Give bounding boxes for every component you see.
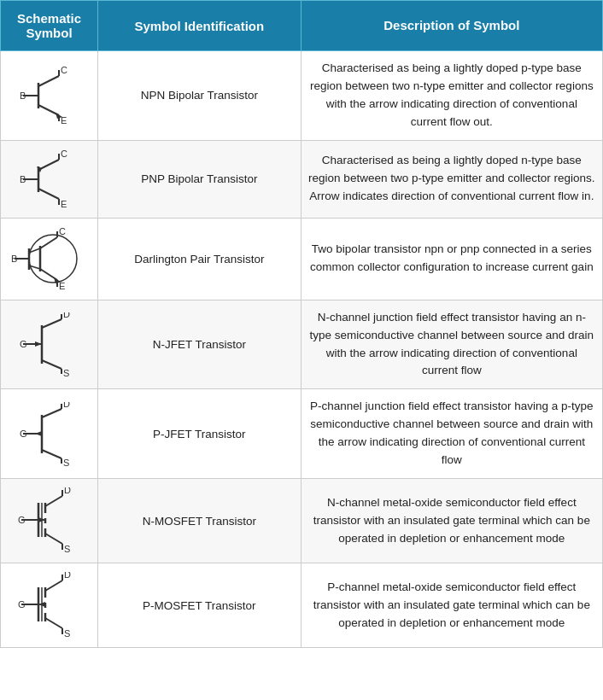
svg-text:S: S [64, 628, 70, 639]
svg-text:G: G [20, 339, 27, 349]
svg-text:B: B [20, 90, 26, 101]
svg-text:E: E [61, 199, 67, 209]
id-cell-npn: NPN Bipolar Transistor [97, 51, 301, 141]
desc-cell-pnp: Characterised as being a lightly doped n… [301, 140, 602, 218]
svg-line-23 [40, 237, 57, 248]
svg-line-38 [42, 360, 61, 369]
svg-line-78 [45, 618, 62, 628]
svg-line-61 [45, 496, 62, 506]
table-row: C B E Darlington Pair TransistorTwo bipo… [1, 218, 603, 300]
svg-marker-50 [35, 431, 42, 436]
svg-text:S: S [64, 544, 70, 554]
symbol-cell-pnp: C B E [1, 140, 98, 218]
svg-line-46 [42, 409, 61, 417]
table-row: D G S P-MOSFET TransistorP-channel metal… [1, 563, 603, 648]
header-description: Description of Symbol [301, 1, 602, 51]
id-cell-pmosfet: P-MOSFET Transistor [97, 563, 301, 648]
desc-cell-npn: Characterised as being a lightly doped p… [301, 51, 602, 141]
svg-text:G: G [18, 599, 26, 610]
symbol-cell-nmosfet: D G S [1, 479, 98, 563]
svg-line-76 [45, 580, 62, 591]
svg-line-48 [42, 450, 61, 458]
svg-line-1 [38, 76, 59, 86]
svg-text:E: E [61, 115, 67, 125]
symbol-cell-darlington: C B E [1, 218, 98, 300]
id-cell-pjfet: P-JFET Transistor [97, 389, 301, 479]
desc-cell-nmosfet: N-channel metal-oxide semiconductor fiel… [301, 479, 602, 563]
svg-text:C: C [61, 66, 67, 75]
svg-text:D: D [63, 312, 70, 319]
svg-text:D: D [64, 487, 71, 495]
svg-line-36 [42, 319, 61, 328]
header-schematic-symbol: Schematic Symbol [1, 1, 98, 51]
svg-text:G: G [18, 515, 26, 525]
svg-line-12 [38, 189, 59, 199]
svg-text:S: S [63, 458, 69, 466]
table-row: D G S P-JFET TransistorP-channel junctio… [1, 389, 603, 479]
svg-text:C: C [59, 227, 66, 236]
svg-text:D: D [64, 572, 71, 580]
symbol-cell-njfet: D G S [1, 300, 98, 389]
svg-text:B: B [11, 254, 17, 264]
header-symbol-id: Symbol Identification [97, 1, 301, 51]
symbol-cell-pmosfet: D G S [1, 563, 98, 648]
id-cell-pnp: PNP Bipolar Transistor [97, 140, 301, 218]
symbol-cell-pjfet: D G S [1, 389, 98, 479]
table-row: C B E NPN Bipolar TransistorCharacterise… [1, 51, 603, 141]
table-row: C B E PNP Bipolar TransistorCharacterise… [1, 140, 603, 218]
id-cell-nmosfet: N-MOSFET Transistor [97, 479, 301, 563]
id-cell-njfet: N-JFET Transistor [97, 300, 301, 389]
id-cell-darlington: Darlington Pair Transistor [97, 218, 301, 300]
table-row: D G S N-JFET TransistorN-channel junctio… [1, 300, 603, 389]
desc-cell-pmosfet: P-channel metal-oxide semiconductor fiel… [301, 563, 602, 648]
svg-text:B: B [20, 174, 26, 184]
svg-text:D: D [63, 402, 70, 409]
table-row: D G S N-MOSFET TransistorN-channel metal… [1, 479, 603, 563]
desc-cell-darlington: Two bipolar transistor npn or pnp connec… [301, 218, 602, 300]
svg-point-20 [29, 235, 77, 283]
svg-text:S: S [63, 368, 69, 376]
symbol-cell-npn: C B E [1, 51, 98, 141]
svg-line-63 [45, 534, 62, 544]
svg-text:C: C [61, 149, 67, 159]
svg-text:G: G [20, 429, 27, 439]
desc-cell-njfet: N-channel junction field effect transist… [301, 300, 602, 389]
desc-cell-pjfet: P-channel junction field effect transist… [301, 389, 602, 479]
svg-text:E: E [59, 281, 65, 291]
